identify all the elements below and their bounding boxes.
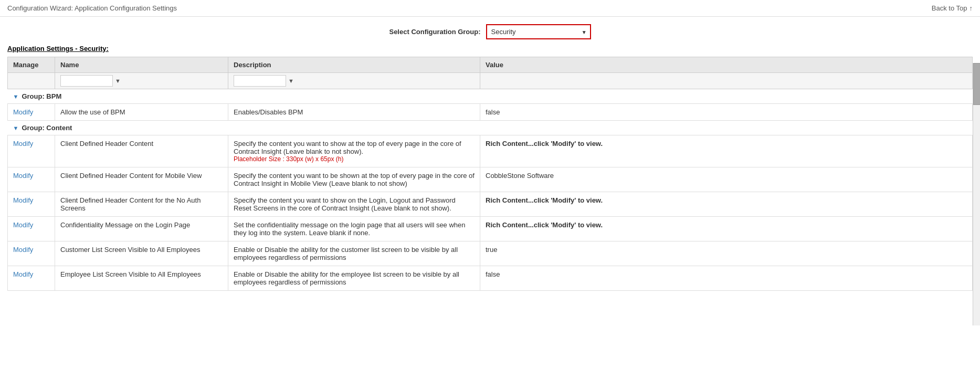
header-value: Value bbox=[480, 57, 973, 73]
row-name: Client Defined Header Content for the No… bbox=[55, 192, 228, 217]
modify-link[interactable]: Modify bbox=[13, 246, 33, 254]
description-filter-input[interactable] bbox=[234, 75, 286, 87]
description-filter-icon: ▼ bbox=[288, 78, 294, 84]
name-filter-input[interactable] bbox=[60, 75, 113, 87]
row-name: Client Defined Header Content bbox=[55, 135, 228, 167]
row-value: true bbox=[480, 241, 973, 266]
placeholder-size-text: Placeholder Size : 330px (w) x 65px (h) bbox=[234, 155, 475, 163]
table-row: ModifyClient Defined Header Content for … bbox=[8, 167, 973, 192]
back-to-top-link[interactable]: Back to Top ↑ bbox=[932, 4, 973, 12]
header-name: Name bbox=[55, 57, 228, 73]
filter-row: ▼ ▼ bbox=[8, 73, 973, 89]
header-manage: Manage bbox=[8, 57, 55, 73]
row-value: CobbleStone Software bbox=[480, 167, 973, 192]
arrow-up-icon: ↑ bbox=[970, 4, 973, 12]
row-value: Rich Content...click 'Modify' to view. bbox=[480, 192, 973, 217]
row-description: Set the confidentiality message on the l… bbox=[228, 217, 480, 241]
modify-link[interactable]: Modify bbox=[13, 221, 33, 229]
row-description: Specify the content you want to show at … bbox=[228, 135, 480, 167]
table-row: ModifyCustomer List Screen Visible to Al… bbox=[8, 241, 973, 266]
row-name: Confidentiality Message on the Login Pag… bbox=[55, 217, 228, 241]
back-to-top-label: Back to Top bbox=[932, 4, 967, 12]
config-group-select[interactable]: SecurityBPMContentGeneralEmail bbox=[486, 24, 591, 39]
table-row: ModifyEmployee List Screen Visible to Al… bbox=[8, 266, 973, 291]
modify-link[interactable]: Modify bbox=[13, 172, 33, 180]
row-description: Enables/Disables BPM bbox=[228, 104, 480, 121]
group-collapse-arrow[interactable]: ▼ bbox=[13, 125, 19, 131]
scrollbar[interactable] bbox=[973, 63, 980, 291]
header-description: Description bbox=[228, 57, 480, 73]
row-name: Allow the use of BPM bbox=[55, 104, 228, 121]
row-value: false bbox=[480, 266, 973, 291]
row-description: Specify the content you want to show on … bbox=[228, 192, 480, 217]
section-title: Application Settings - Security: bbox=[7, 45, 973, 52]
row-name: Employee List Screen Visible to All Empl… bbox=[55, 266, 228, 291]
page-title: Configuration Wizard: Application Config… bbox=[7, 4, 177, 12]
table-row: ModifyAllow the use of BPMEnables/Disabl… bbox=[8, 104, 973, 121]
row-value: false bbox=[480, 104, 973, 121]
modify-link[interactable]: Modify bbox=[13, 108, 33, 116]
row-value: Rich Content...click 'Modify' to view. bbox=[480, 217, 973, 241]
row-value: Rich Content...click 'Modify' to view. bbox=[480, 135, 973, 167]
row-name: Client Defined Header Content for Mobile… bbox=[55, 167, 228, 192]
table-header-row: Manage Name Description Value bbox=[8, 57, 973, 73]
row-description: Enable or Disable the ability for the em… bbox=[228, 266, 480, 291]
modify-link[interactable]: Modify bbox=[13, 140, 33, 148]
row-name: Customer List Screen Visible to All Empl… bbox=[55, 241, 228, 266]
config-group-label: Select Configuration Group: bbox=[389, 28, 480, 36]
row-description: Specify the content you want to be shown… bbox=[228, 167, 480, 192]
modify-link[interactable]: Modify bbox=[13, 196, 33, 204]
modify-link[interactable]: Modify bbox=[13, 270, 33, 278]
group-collapse-arrow[interactable]: ▼ bbox=[13, 93, 19, 100]
group-header-row: ▼Group: BPM bbox=[8, 89, 973, 104]
table-row: ModifyConfidentiality Message on the Log… bbox=[8, 217, 973, 241]
group-header-row: ▼Group: Content bbox=[8, 121, 973, 135]
table-row: ModifyClient Defined Header ContentSpeci… bbox=[8, 135, 973, 167]
table-row: ModifyClient Defined Header Content for … bbox=[8, 192, 973, 217]
row-description: Enable or Disable the ability for the cu… bbox=[228, 241, 480, 266]
scrollbar-thumb[interactable] bbox=[973, 63, 980, 105]
name-filter-icon: ▼ bbox=[115, 78, 121, 84]
